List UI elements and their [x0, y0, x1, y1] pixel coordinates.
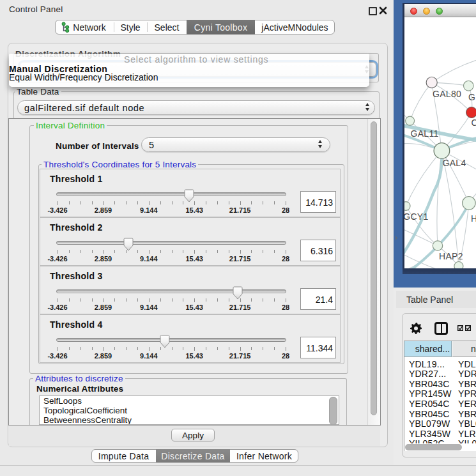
svg-text:GCY1: GCY1 [404, 211, 429, 222]
svg-text:G...: G... [468, 92, 476, 102]
svg-text:GAL80: GAL80 [433, 89, 461, 99]
svg-text:HAP2: HAP2 [439, 251, 463, 261]
svg-text:GAL11: GAL11 [410, 128, 438, 139]
svg-text:H...: H... [471, 213, 476, 224]
svg-text:GAL4: GAL4 [442, 158, 466, 168]
svg-text:C...: C... [471, 118, 476, 128]
